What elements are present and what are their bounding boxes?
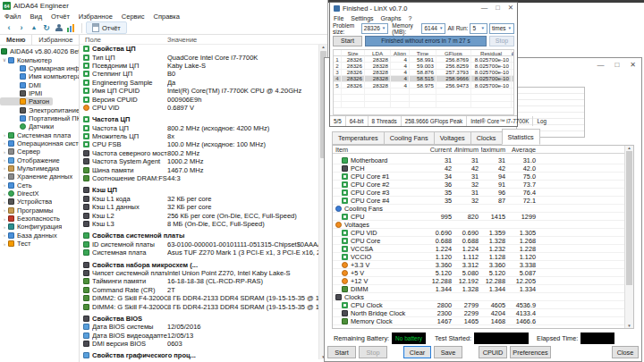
minimize-icon[interactable]: — xyxy=(597,61,604,70)
times-select[interactable]: times▼ xyxy=(489,23,514,34)
scrollbar-thumb[interactable] xyxy=(626,151,632,285)
cpuid-button[interactable]: CPUID xyxy=(479,346,507,358)
run-gflops[interactable]: 256.9473 xyxy=(436,82,471,88)
menu-item[interactable]: Справка xyxy=(149,13,184,21)
stat-item-cell[interactable]: CPU Core #2 xyxy=(333,181,428,189)
menu-item[interactable]: Отчёт xyxy=(47,13,74,21)
field-row[interactable]: Системная плата Asus TUF Z270 Mark 1 (3 … xyxy=(83,248,319,257)
run-align[interactable]: 4 xyxy=(391,76,410,82)
field-row[interactable]: CPU FSB 100.0 MHz (исходное: 100 MHz) xyxy=(83,140,319,148)
stat-item-cell[interactable]: DIMM xyxy=(333,285,428,293)
col-align[interactable]: Align xyxy=(391,50,410,56)
start-button[interactable]: Start xyxy=(333,36,362,46)
run-align[interactable]: 4 xyxy=(391,56,410,63)
column-value[interactable]: Значение xyxy=(167,36,197,44)
stop-button[interactable]: Stop xyxy=(359,346,387,358)
expander-icon[interactable] xyxy=(1,215,8,223)
stat-item-cell[interactable]: +12 V xyxy=(333,277,428,285)
scroll-up-icon[interactable]: ▲ xyxy=(627,146,631,150)
chart-icon[interactable] xyxy=(65,22,78,33)
run-residual[interactable]: 8.025700e-10 xyxy=(471,63,512,69)
tree-item[interactable]: Тест xyxy=(0,240,79,248)
col-gflops[interactable]: GFlops xyxy=(436,50,471,56)
tree-item[interactable]: Мультимедиа xyxy=(0,164,79,173)
close-icon[interactable]: ✕ xyxy=(508,4,513,13)
close-button[interactable]: Close xyxy=(612,346,639,358)
tree-item[interactable]: Устройства xyxy=(0,198,79,206)
tree-item[interactable]: Безопасность xyxy=(0,215,79,223)
run-time[interactable]: 59.003 xyxy=(410,63,436,69)
problem-size-select[interactable]: 28326▼ xyxy=(361,23,389,34)
tree-item[interactable]: Разгон xyxy=(0,97,53,105)
run-residual[interactable]: 8.025700e-10 xyxy=(471,56,512,63)
field-row[interactable]: Частота ЦП 800.2 MHz (исходное: 4200 MHz… xyxy=(83,124,319,132)
expander-icon[interactable] xyxy=(1,198,8,206)
menu-item[interactable]: Graphs xyxy=(377,15,405,21)
menu-item[interactable]: File xyxy=(330,15,347,21)
scroll-up-icon[interactable]: ▲ xyxy=(321,45,325,49)
col-size[interactable]: Size xyxy=(342,50,365,56)
linx-titlebar[interactable]: Finished - LinX v0.7.0 — □ ✕ xyxy=(330,3,517,13)
run-residual-norm[interactable]: 3.558534e-02 xyxy=(512,70,514,76)
expander-icon[interactable] xyxy=(1,206,8,214)
run-size[interactable]: 28326 xyxy=(342,76,365,82)
col-residual-norm[interactable]: Residual (norm.) xyxy=(512,50,514,56)
stat-item-cell[interactable]: +5 V xyxy=(333,269,428,277)
maximize-icon[interactable]: □ xyxy=(496,4,500,13)
clear-button[interactable]: Clear xyxy=(403,346,431,358)
run-index[interactable]: 2 xyxy=(334,63,342,69)
field-row[interactable]: Тип ЦП QuadCore Intel Core i7-7700K xyxy=(83,53,319,61)
menu-item[interactable]: Вид xyxy=(25,13,47,21)
run-size[interactable]: 28326 xyxy=(342,63,365,69)
stability-tab[interactable]: Cooling Fans xyxy=(384,131,435,145)
field-row[interactable]: Дата BIOS видеоадаптера 12/05/13 xyxy=(83,332,319,340)
forward-icon[interactable]: › xyxy=(15,22,28,33)
expander-icon[interactable] xyxy=(1,139,8,147)
aida64-titlebar[interactable]: 64 AIDA64 Engineer xyxy=(0,0,327,12)
menu-item[interactable]: Избранное xyxy=(74,13,117,21)
run-time[interactable]: 58.876 xyxy=(410,70,436,76)
tree-item[interactable]: Программы xyxy=(0,206,79,215)
stability-tab[interactable]: Temperatures xyxy=(332,131,385,145)
field-row[interactable]: DMI версия BIOS 0603 xyxy=(83,340,319,348)
stat-item-cell[interactable]: CPU Core xyxy=(333,237,428,245)
expander-icon[interactable] xyxy=(1,223,8,231)
run-align[interactable]: 4 xyxy=(391,63,410,69)
column-field[interactable]: Поле xyxy=(80,36,167,44)
run-lda[interactable]: 28328 xyxy=(365,70,391,76)
tree-item[interactable]: Компьютер xyxy=(0,55,79,63)
expander-icon[interactable] xyxy=(1,164,8,172)
tree-item[interactable]: Электропитание xyxy=(0,105,79,114)
col-average[interactable]: Average xyxy=(508,146,538,154)
tree-item[interactable]: База данных xyxy=(0,232,79,240)
tree-item[interactable]: Системная плата xyxy=(0,130,79,139)
tree-item[interactable]: Портативный ПК xyxy=(0,114,79,122)
menu-item[interactable]: ? xyxy=(405,15,416,21)
stat-item-cell[interactable]: +3.3 V xyxy=(333,261,428,269)
tree-item[interactable]: Отображение xyxy=(0,156,79,164)
field-row[interactable]: Шина памяти 1467.0 MHz xyxy=(83,165,319,173)
stability-tab[interactable]: Statistics xyxy=(502,129,540,145)
save-button[interactable]: Save xyxy=(434,346,462,358)
run-time[interactable]: 58.991 xyxy=(410,56,436,63)
run-time[interactable]: 58.515 xyxy=(410,76,436,82)
expander-icon[interactable] xyxy=(1,148,8,156)
run-index[interactable]: 1 xyxy=(334,56,342,63)
field-row[interactable]: Чипсет системной платы Intel Union Point… xyxy=(83,269,319,277)
stat-item-cell[interactable]: VCCSA xyxy=(333,245,428,253)
tree-item[interactable]: AIDA64 v5.80.4026 Beta xyxy=(0,47,79,55)
stat-item-cell[interactable]: Cooling Fans xyxy=(333,205,428,213)
stat-item-cell[interactable]: CPU Core #4 xyxy=(333,197,428,205)
stat-item-cell[interactable]: CPU Clock xyxy=(333,301,428,309)
stat-item-cell[interactable]: Motherboard xyxy=(333,156,428,164)
run-residual[interactable]: 8.025700e-10 xyxy=(471,76,512,82)
tree-item[interactable]: Операционная система xyxy=(0,139,79,147)
field-row[interactable]: Версия CPUID 000906E9h xyxy=(83,95,319,103)
col-minimum[interactable]: Minimum xyxy=(454,146,481,154)
stat-item-cell[interactable]: Clocks xyxy=(333,293,428,301)
tree-item[interactable]: DirectX xyxy=(0,189,79,198)
run-residual[interactable]: 8.025700e-10 xyxy=(471,70,512,76)
stats-scrollbar[interactable]: ▲ ▼ xyxy=(624,146,633,328)
field-row[interactable]: CPU VID 0.6897 V xyxy=(83,104,319,112)
field-row[interactable]: Кэш L1 кода 32 КБ per core xyxy=(83,195,319,203)
